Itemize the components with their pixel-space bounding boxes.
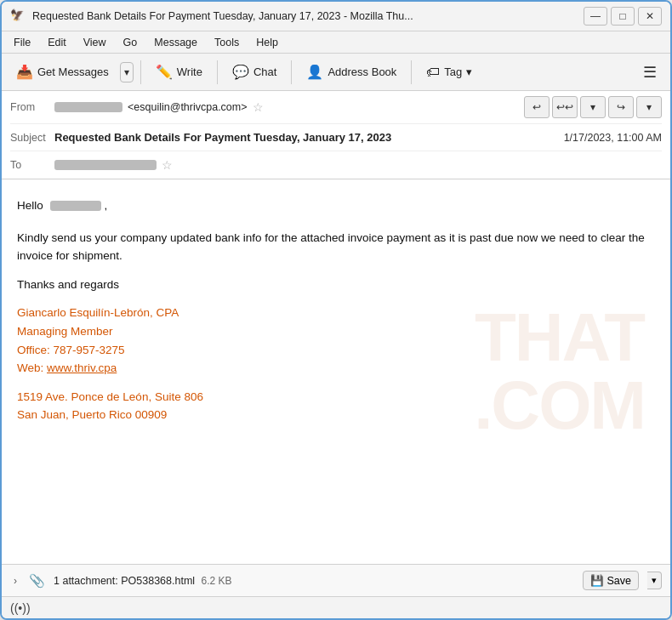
attachment-count: 1 attachment: PO538368.html 6.2 KB [54,575,574,587]
save-icon: 💾 [590,574,604,587]
to-label: To [10,159,54,171]
attachment-count-text: 1 attachment: [54,575,118,587]
save-label: Save [607,575,632,587]
email-paragraph-2: Thanks and regards [17,276,655,294]
titlebar: 🦅 Requested Bank Details For Payment Tue… [2,2,670,31]
sig-office: Office: 787-957-3275 [17,344,125,356]
minimize-button[interactable]: — [584,7,607,26]
from-value: <esquilin@thrivcpa.com> ☆ [54,100,517,114]
from-name-redacted [54,102,122,112]
email-header: From <esquilin@thrivcpa.com> ☆ ↩ ↩↩ ▾ ↪ … [2,91,670,179]
menubar: File Edit View Go Message Tools Help [2,31,670,54]
subject-label: Subject [10,132,54,144]
attachment-icon: 📎 [29,573,45,589]
attachment-bar: › 📎 1 attachment: PO538368.html 6.2 KB 💾… [2,564,670,596]
sig-web-label: Web: [17,361,47,374]
menu-go[interactable]: Go [117,35,145,50]
menu-file[interactable]: File [7,35,37,50]
from-star-icon[interactable]: ☆ [253,100,264,114]
greeting-name-redacted [50,201,101,211]
get-messages-label: Get Messages [37,65,109,78]
get-messages-icon: 📥 [16,64,33,80]
tag-button[interactable]: 🏷 Tag ▾ [419,60,480,84]
expand-attachments-button[interactable]: › [10,573,20,589]
sig-web-link[interactable]: www.thriv.cpa [47,361,117,374]
save-dropdown-button[interactable]: ▾ [647,572,662,589]
from-row: From <esquilin@thrivcpa.com> ☆ ↩ ↩↩ ▾ ↪ … [10,91,662,124]
toolbar-separator-2 [217,60,218,84]
email-window: 🦅 Requested Bank Details For Payment Tue… [0,0,672,620]
to-name-redacted [54,160,157,170]
write-button[interactable]: ✏️ Write [148,60,210,84]
attachment-filename: PO538368.html [121,575,195,587]
app-icon: 🦅 [10,9,26,24]
email-body: THAT .COM Hello , Kindly send us your co… [2,179,670,564]
subject-value: Requested Bank Details For Payment Tuesd… [54,131,564,144]
sig-title: Managing Member [17,325,113,338]
menu-help[interactable]: Help [249,35,285,50]
forward-button[interactable]: ↪ [608,96,634,118]
write-icon: ✏️ [156,64,173,80]
sig-name: Giancarlo Esquilín-Lebrón, CPA [17,306,179,319]
subject-row: Subject Requested Bank Details For Payme… [10,124,662,151]
menu-tools[interactable]: Tools [208,35,246,50]
from-address: <esquilin@thrivcpa.com> [128,101,248,113]
greeting-text: Hello [17,199,43,212]
sig-address1: 1519 Ave. Ponce de León, Suite 806 [17,390,203,403]
chat-label: Chat [253,65,276,78]
close-button[interactable]: ✕ [638,7,662,26]
connection-status-icon: ((•)) [10,601,31,615]
toolbar: 📥 Get Messages ▾ ✏️ Write 💬 Chat 👤 Addre… [2,54,670,91]
to-row: To ☆ [10,151,662,179]
to-value: ☆ [54,158,662,172]
nav-down2-button[interactable]: ▾ [636,96,662,118]
nav-buttons: ↩ ↩↩ ▾ ↪ ▾ [524,96,662,118]
address-book-icon: 👤 [306,64,323,80]
toolbar-separator-4 [411,60,412,84]
write-label: Write [177,65,202,78]
window-title: Requested Bank Details For Payment Tuesd… [32,10,577,22]
nav-down-button[interactable]: ▾ [580,96,606,118]
menu-message[interactable]: Message [147,35,204,50]
from-label: From [10,101,54,113]
toolbar-separator-3 [291,60,292,84]
menu-edit[interactable]: Edit [41,35,73,50]
get-messages-dropdown[interactable]: ▾ [120,62,134,82]
reply-button[interactable]: ↩ [524,96,550,118]
reply-all-button[interactable]: ↩↩ [552,96,578,118]
maximize-button[interactable]: □ [611,7,635,26]
address-book-button[interactable]: 👤 Address Book [299,60,404,84]
email-date: 1/17/2023, 11:00 AM [564,132,662,144]
email-paragraph-1: Kindly send us your company updated bank… [17,229,655,265]
address-book-label: Address Book [327,65,396,78]
menu-view[interactable]: View [77,35,113,50]
tag-dropdown-icon: ▾ [466,65,472,78]
sig-address: 1519 Ave. Ponce de León, Suite 806 San J… [17,388,655,424]
attachment-size: 6.2 KB [202,575,232,587]
tag-label: Tag [444,65,462,78]
to-star-icon[interactable]: ☆ [162,158,173,172]
window-controls: — □ ✕ [584,7,662,26]
hamburger-menu[interactable]: ☰ [636,60,663,85]
statusbar: ((•)) [2,596,670,618]
chat-icon: 💬 [232,64,249,80]
email-signature: Giancarlo Esquilín-Lebrón, CPA Managing … [17,304,655,377]
tag-icon: 🏷 [426,65,440,80]
chat-button[interactable]: 💬 Chat [225,60,284,84]
toolbar-separator-1 [140,60,141,84]
sig-address2: San Juan, Puerto Rico 00909 [17,408,167,421]
email-greeting: Hello , [17,196,655,215]
save-button[interactable]: 💾 Save [583,571,640,590]
get-messages-button[interactable]: 📥 Get Messages [9,60,117,84]
